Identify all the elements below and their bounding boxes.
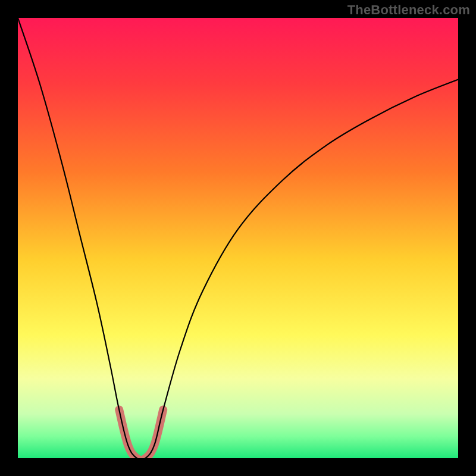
plot-area bbox=[18, 18, 458, 458]
attribution-label: TheBottleneck.com bbox=[347, 2, 470, 18]
gradient-background bbox=[18, 18, 458, 458]
chart-stage: TheBottleneck.com bbox=[0, 0, 476, 476]
chart-svg bbox=[18, 18, 458, 458]
